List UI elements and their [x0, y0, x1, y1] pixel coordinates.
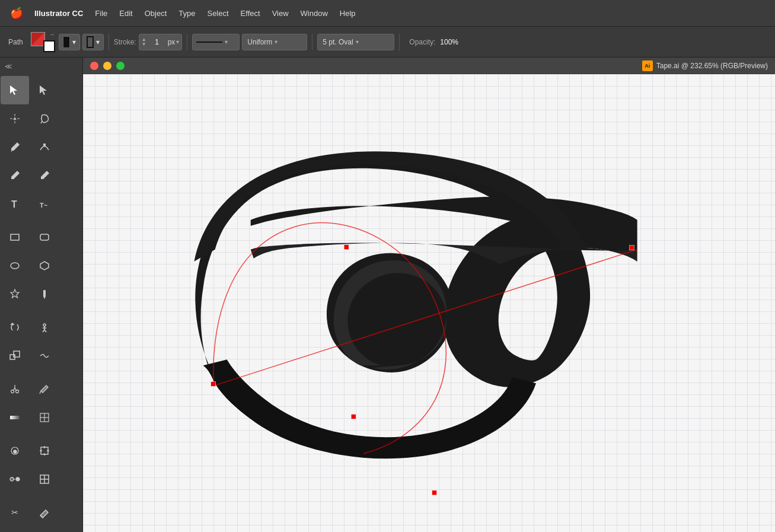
fill-dropdown[interactable]: ▾ — [59, 34, 80, 50]
tool-row-1 — [0, 75, 82, 104]
fill-stroke-swatch[interactable]: ↔ — [29, 30, 56, 54]
menu-object[interactable]: Object — [139, 0, 173, 27]
tool-row-8 — [0, 279, 82, 308]
ai-icon: Ai — [642, 60, 653, 71]
eraser-tool[interactable] — [30, 498, 59, 527]
pencil-tool[interactable] — [30, 280, 59, 308]
remove-anchor-tool[interactable]: − — [30, 161, 59, 190]
tool-row-4: + − — [0, 161, 82, 189]
tool-row-7 — [0, 251, 82, 279]
gradient-mesh-tool[interactable] — [30, 403, 59, 432]
svg-rect-14 — [11, 234, 19, 240]
star-tool[interactable] — [1, 280, 29, 308]
svg-marker-18 — [11, 289, 19, 298]
menu-help[interactable]: Help — [334, 0, 362, 27]
menu-view[interactable]: View — [266, 0, 295, 27]
stroke-down-arrow[interactable]: ▼ — [142, 42, 146, 47]
lasso-tool[interactable] — [30, 104, 59, 133]
slice-tool[interactable] — [30, 465, 59, 493]
stroke-arrows[interactable]: ▲ ▼ — [142, 37, 146, 47]
uniform-label: Uniform — [247, 38, 272, 46]
scale-tool[interactable] — [1, 342, 29, 370]
svg-line-25 — [44, 330, 46, 332]
svg-point-21 — [43, 324, 46, 326]
hand-tool[interactable] — [1, 527, 29, 532]
eyedropper-tool[interactable] — [30, 375, 59, 403]
toolbar: Path ↔ ▾ ▾ Stroke: ▲ ▼ 1 px ▾ ▾ Uniform … — [0, 27, 775, 58]
rect-tool[interactable] — [1, 223, 29, 251]
minimize-button[interactable] — [103, 62, 111, 70]
symbol-sprayer-tool[interactable]: ⊕ — [1, 437, 29, 465]
tool-row-6 — [0, 222, 82, 251]
svg-marker-17 — [40, 262, 49, 270]
svg-text:⊕: ⊕ — [13, 449, 17, 454]
puppet-warp-tool[interactable] — [30, 313, 59, 342]
rounded-rect-tool[interactable] — [30, 223, 59, 251]
scissors-tool[interactable] — [1, 375, 29, 403]
tool-row-5: T T~ — [0, 189, 82, 218]
svg-rect-15 — [40, 234, 49, 240]
svg-line-7 — [41, 121, 42, 123]
svg-point-16 — [11, 263, 19, 269]
pen-tool[interactable] — [1, 133, 29, 161]
svg-line-32 — [15, 388, 17, 391]
stroke-dropdown[interactable]: ▾ — [82, 34, 104, 50]
fill-chevron-icon: ▾ — [72, 38, 76, 46]
rotate-tool[interactable] — [1, 313, 29, 342]
svg-rect-35 — [10, 416, 20, 419]
canvas-titlebar: Ai Tape.ai @ 232.65% (RGB/Preview) — [83, 58, 775, 74]
menu-type[interactable]: Type — [173, 0, 201, 27]
window-controls — [90, 62, 125, 70]
svg-marker-1 — [40, 85, 47, 95]
tool-row-13: ⊕ — [0, 436, 82, 464]
touch-type-tool[interactable]: T~ — [30, 190, 59, 218]
tool-row-11 — [0, 374, 82, 403]
blend-tool[interactable] — [1, 465, 29, 493]
svg-text:T: T — [11, 199, 17, 209]
stroke-end-dropdown[interactable]: ▾ — [192, 34, 240, 50]
tool-row-16 — [0, 526, 82, 532]
menu-select[interactable]: Select — [201, 0, 234, 27]
brush-dropdown[interactable]: 5 pt. Oval ▾ — [317, 34, 394, 50]
svg-rect-61 — [211, 381, 216, 386]
type-tool[interactable]: T — [1, 190, 29, 218]
toolbox-collapse[interactable]: ≪ — [0, 60, 82, 73]
menu-edit[interactable]: Edit — [113, 0, 138, 27]
ellipse-tool[interactable] — [1, 251, 29, 280]
zoom-tool[interactable] — [30, 527, 59, 532]
menu-window[interactable]: Window — [295, 0, 334, 27]
tool-row-2 — [0, 104, 82, 132]
uniform-dropdown[interactable]: Uniform ▾ — [242, 34, 307, 50]
stroke-value-input[interactable]: ▲ ▼ 1 px ▾ — [139, 34, 183, 50]
warp-tool[interactable] — [30, 342, 59, 370]
tape-artwork — [194, 151, 637, 495]
direct-selection-tool[interactable] — [30, 76, 59, 104]
add-anchor-tool[interactable]: + — [1, 161, 29, 190]
svg-rect-59 — [344, 245, 349, 250]
separator-2 — [187, 34, 187, 50]
drawing-canvas[interactable] — [83, 74, 775, 532]
magic-wand-tool[interactable] — [1, 104, 29, 133]
separator-1 — [109, 34, 109, 50]
canvas-title-container: Ai Tape.ai @ 232.65% (RGB/Preview) — [642, 60, 768, 71]
scissors2-tool[interactable]: ✂ — [1, 498, 29, 527]
opacity-value: 100% — [440, 38, 458, 46]
selection-tool[interactable] — [1, 76, 29, 104]
apple-menu[interactable]: 🍎 — [5, 7, 28, 20]
svg-point-9 — [44, 144, 46, 146]
artboard-tool[interactable] — [30, 437, 59, 465]
tool-row-12 — [0, 403, 82, 431]
close-button[interactable] — [90, 62, 98, 70]
maximize-button[interactable] — [116, 62, 125, 70]
menu-effect[interactable]: Effect — [235, 0, 266, 27]
gradient-tool[interactable] — [1, 403, 29, 432]
svg-text:+: + — [15, 172, 18, 177]
stroke-unit: px — [168, 38, 176, 46]
canvas-area: Ai Tape.ai @ 232.65% (RGB/Preview) — [83, 58, 775, 532]
menu-file[interactable]: File — [89, 0, 113, 27]
opacity-label: Opacity: — [409, 38, 435, 46]
svg-marker-0 — [10, 85, 17, 95]
curvature-tool[interactable] — [30, 133, 59, 161]
tool-row-15: ✂ — [0, 498, 82, 526]
polygon-tool[interactable] — [30, 251, 59, 280]
